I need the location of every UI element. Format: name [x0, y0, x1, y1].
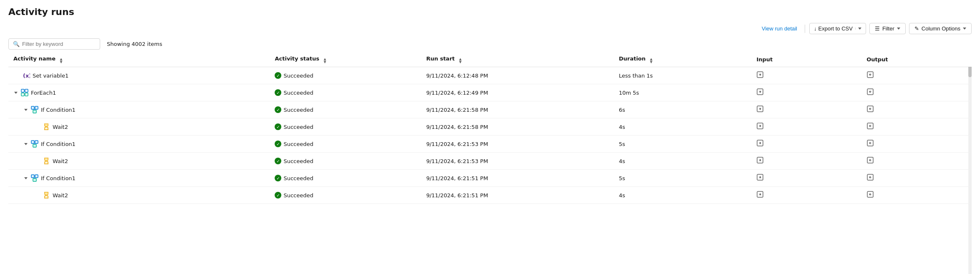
filter-label: Filter [882, 25, 894, 32]
sort-run-start-button[interactable]: ▲ ▼ [457, 58, 462, 63]
status-badge: ✓ Succeeded [275, 141, 313, 147]
table-container: Activity name ▲ ▼ Activity status [8, 52, 972, 274]
view-run-detail-button[interactable]: View run detail [758, 24, 801, 33]
wait-icon [43, 191, 50, 199]
output-cell [861, 101, 972, 118]
activity-status-cell: ✓ Succeeded [270, 153, 421, 170]
status-text: Succeeded [283, 192, 313, 199]
run-start-cell: 9/11/2024, 6:21:58 PM [421, 118, 614, 136]
input-cell [751, 118, 861, 136]
output-icon[interactable] [866, 90, 874, 97]
table-header-row: Activity name ▲ ▼ Activity status [8, 52, 972, 67]
activity-name-text: Wait2 [53, 158, 68, 164]
input-icon[interactable] [756, 141, 764, 148]
activity-status-cell: ✓ Succeeded [270, 101, 421, 118]
activity-name-cell: If Condition1 [8, 170, 270, 187]
status-badge: ✓ Succeeded [275, 158, 313, 164]
input-icon[interactable] [756, 107, 764, 114]
input-cell [751, 153, 861, 170]
status-text: Succeeded [283, 175, 313, 181]
input-icon[interactable] [756, 158, 764, 166]
output-cell [861, 187, 972, 204]
col-header-run-start: Run start ▲ ▼ [421, 52, 614, 67]
svg-rect-21 [35, 141, 38, 143]
expand-row-button[interactable] [23, 109, 28, 111]
table-row: If Condition1 ✓ Succeeded 9/11/2024, 6:2… [8, 170, 972, 187]
status-badge: ✓ Succeeded [275, 123, 313, 130]
sort-icons: ▲ ▼ [59, 58, 63, 63]
duration-cell: 4s [614, 153, 752, 170]
output-icon[interactable] [866, 141, 874, 148]
sort-icons-run-start: ▲ ▼ [458, 58, 462, 63]
svg-rect-10 [35, 106, 38, 109]
output-icon[interactable] [866, 158, 874, 166]
input-icon[interactable] [756, 90, 764, 97]
sort-duration-button[interactable]: ▲ ▼ [647, 58, 653, 63]
item-count: Showing 4002 items [107, 41, 162, 47]
duration-cell: 4s [614, 118, 752, 136]
output-icon[interactable] [866, 73, 874, 80]
input-cell [751, 170, 861, 187]
status-success-icon: ✓ [275, 106, 281, 113]
input-cell [751, 136, 861, 153]
filter-button[interactable]: ☰ Filter [869, 23, 906, 34]
expand-row-button[interactable] [23, 177, 28, 179]
output-cell [861, 170, 972, 187]
filter-icon: ☰ [875, 25, 880, 32]
scrollbar-track[interactable] [968, 52, 972, 274]
svg-text:(x): (x) [23, 73, 30, 79]
activity-name-text: If Condition1 [41, 175, 76, 181]
expand-row-button[interactable] [13, 92, 18, 94]
table-row: Wait2 ✓ Succeeded 9/11/2024, 6:21:53 PM4… [8, 153, 972, 170]
activity-status-cell: ✓ Succeeded [270, 118, 421, 136]
activity-status-cell: ✓ Succeeded [270, 67, 421, 84]
activity-status-cell: ✓ Succeeded [270, 187, 421, 204]
duration-cell: 6s [614, 101, 752, 118]
activity-name-cell: Wait2 [8, 118, 270, 136]
expand-collapse-icon [24, 177, 28, 179]
status-badge: ✓ Succeeded [275, 192, 313, 199]
svg-rect-32 [35, 175, 38, 178]
export-chevron-icon[interactable] [855, 28, 861, 30]
export-to-csv-button[interactable]: ↓ Export to CSV [809, 23, 866, 34]
status-text: Succeeded [283, 90, 313, 96]
svg-rect-6 [25, 93, 28, 96]
expand-row-button[interactable] [23, 143, 28, 145]
table-row: Wait2 ✓ Succeeded 9/11/2024, 6:21:51 PM4… [8, 187, 972, 204]
sort-icons-duration: ▲ ▼ [649, 58, 653, 63]
input-icon[interactable] [756, 124, 764, 131]
run-start-cell: 9/11/2024, 6:12:48 PM [421, 67, 614, 84]
activity-name-cell: If Condition1 [8, 136, 270, 153]
output-icon[interactable] [866, 124, 874, 131]
status-text: Succeeded [283, 73, 313, 79]
sort-activity-name-button[interactable]: ▲ ▼ [58, 58, 63, 63]
output-icon[interactable] [866, 175, 874, 183]
output-cell [861, 153, 972, 170]
export-label: Export to CSV [818, 25, 853, 32]
status-text: Succeeded [283, 107, 313, 113]
column-options-button[interactable]: ✎ Column Options [909, 23, 972, 34]
column-options-chevron-icon [963, 28, 966, 30]
output-icon[interactable] [866, 107, 874, 114]
activity-name-text: If Condition1 [41, 141, 76, 147]
status-text: Succeeded [283, 141, 313, 147]
activity-name-cell: If Condition1 [8, 101, 270, 118]
input-cell [751, 84, 861, 101]
column-options-label: Column Options [922, 25, 960, 32]
toolbar-divider [805, 25, 805, 33]
sort-activity-status-button[interactable]: ▲ ▼ [321, 58, 327, 63]
status-text: Succeeded [283, 158, 313, 164]
status-success-icon: ✓ [275, 141, 281, 147]
input-icon[interactable] [756, 73, 764, 80]
col-header-output: Output [861, 52, 972, 67]
status-text: Succeeded [283, 124, 313, 130]
setvariable-icon: (x) [23, 72, 30, 79]
page-container: Activity runs View run detail ↓ Export t… [0, 0, 980, 274]
input-icon[interactable] [756, 192, 764, 200]
search-input[interactable] [22, 41, 96, 47]
output-icon[interactable] [866, 192, 874, 200]
duration-cell: 10m 5s [614, 84, 752, 101]
input-icon[interactable] [756, 175, 764, 183]
svg-rect-11 [33, 110, 36, 113]
status-badge: ✓ Succeeded [275, 175, 313, 181]
